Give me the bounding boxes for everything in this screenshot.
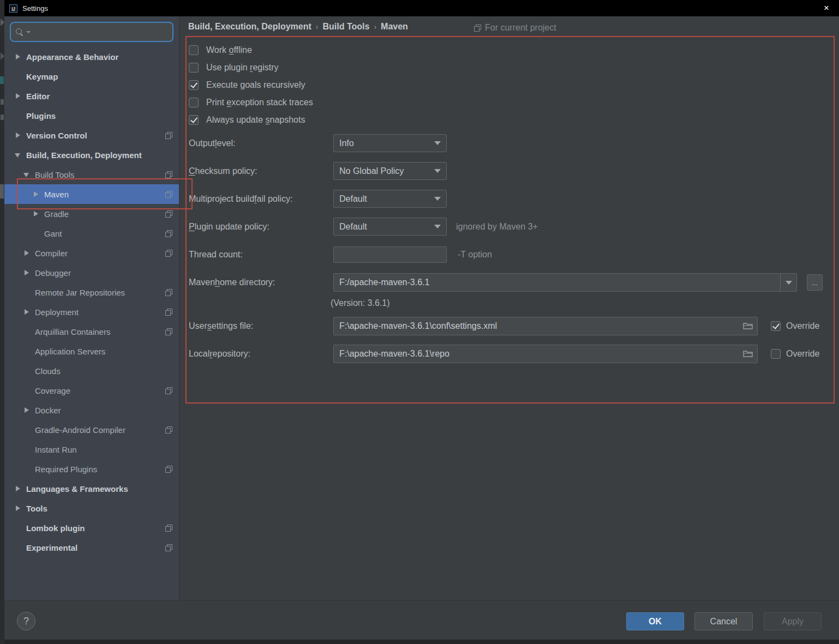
sidebar-item-label: Application Servers [35,347,105,356]
multiproject-fail-policy-label: Multiproject build fail policy: [189,190,292,208]
execute-goals-recursively-checkbox[interactable] [189,80,199,90]
sidebar-item-docker[interactable]: Docker [4,400,179,420]
per-project-icon [165,525,172,532]
sidebar-item-languages-frameworks[interactable]: Languages & Frameworks [4,479,179,498]
folder-icon[interactable] [743,322,753,330]
sidebar-item-plugins[interactable]: Plugins [4,106,179,125]
maven-home-value: F:/apache-maven-3.6.1 [334,278,780,287]
work-offline-checkbox[interactable] [189,45,199,55]
plugin-update-policy-dropdown[interactable]: Default [333,218,447,236]
breadcrumb: Build, Execution, Deployment › Build Too… [188,22,408,32]
local-repository-label: Local repository: [189,345,250,363]
scope-indicator: For current project [474,23,556,33]
folder-icon[interactable] [743,350,753,358]
sidebar-item-tools[interactable]: Tools [4,498,179,518]
per-project-icon [165,171,172,178]
chevron-right-icon[interactable] [23,406,31,414]
user-settings-override-checkbox[interactable] [771,321,781,331]
use-plugin-registry-checkbox[interactable] [189,63,199,73]
multiproject-fail-policy-dropdown[interactable]: Default [333,190,447,208]
chevron-right-icon[interactable] [32,210,40,218]
sidebar-item-label: Version Control [26,131,87,140]
chevron-down-icon[interactable] [14,151,22,159]
help-button[interactable]: ? [17,612,35,630]
search-options-caret-icon[interactable] [26,31,31,33]
sidebar-item-remote-jar-repositories[interactable]: Remote Jar Repositories [4,282,179,302]
cancel-button[interactable]: Cancel [694,612,753,630]
sidebar-item-gant[interactable]: Gant [4,224,179,243]
chevron-right-icon[interactable] [14,92,22,100]
per-project-icon [165,466,172,473]
maven-home-combobox[interactable]: F:/apache-maven-3.6.1 [333,273,797,292]
sidebar-item-gradle-android-compiler[interactable]: Gradle-Android Compiler [4,420,179,440]
maven-version-note: (Version: 3.6.1) [331,298,390,308]
sidebar-item-keymap[interactable]: Keymap [4,67,179,86]
ok-button[interactable]: OK [626,612,684,630]
always-update-snapshots-checkbox[interactable] [189,115,199,125]
sidebar-item-editor[interactable]: Editor [4,86,179,106]
per-project-icon [165,191,172,198]
chevron-down-icon[interactable] [23,171,31,178]
local-repository-row: Local repository: F:\apache-maven-3.6.1\… [179,345,839,363]
output-level-dropdown[interactable]: Info [333,134,447,152]
output-level-row: Output level: Info [179,134,839,152]
chevron-right-icon[interactable] [14,504,22,512]
chevron-right-icon[interactable] [14,485,22,492]
background-ide-sliver [0,0,4,644]
per-project-icon [165,132,172,139]
sidebar-item-lombok-plugin[interactable]: Lombok plugin [4,518,179,538]
multiproject-fail-policy-row: Multiproject build fail policy: Default [179,190,839,208]
sidebar-item-debugger[interactable]: Debugger [4,263,179,282]
combo-dropdown-button[interactable] [780,274,796,291]
per-project-icon [165,328,172,335]
chevron-right-icon[interactable] [23,249,31,257]
sidebar-item-appearance-behavior[interactable]: Appearance & Behavior [4,47,179,67]
sidebar-item-gradle[interactable]: Gradle [4,204,179,224]
thread-count-input[interactable] [333,246,447,263]
user-settings-file-input[interactable]: F:\apache-maven-3.6.1\conf\settings.xml [333,317,758,335]
sidebar-item-coverage[interactable]: Coverage [4,381,179,400]
sidebar-item-label: Plugins [26,111,56,121]
breadcrumb-segment[interactable]: Build, Execution, Deployment [188,22,311,32]
chevron-right-icon[interactable] [14,131,22,139]
sidebar-item-required-plugins[interactable]: Required Plugins [4,459,179,479]
checksum-policy-label: Checksum policy: [189,162,257,180]
sidebar-item-experimental[interactable]: Experimental [4,538,179,557]
sidebar-item-deployment[interactable]: Deployment [4,302,179,322]
user-settings-override-wrap: Override [771,317,819,335]
sidebar-item-compiler[interactable]: Compiler [4,243,179,263]
sidebar-item-clouds[interactable]: Clouds [4,361,179,381]
chevron-right-icon[interactable] [23,308,31,316]
per-project-icon [165,289,172,296]
checkbox-row-print-exception-stack-traces: Print exception stack traces [189,94,313,111]
maven-home-row: Maven home directory: F:/apache-maven-3.… [179,273,839,291]
sidebar-item-application-servers[interactable]: Application Servers [4,341,179,361]
arrow-spacer [14,112,22,119]
sidebar-item-maven[interactable]: Maven [4,184,179,204]
local-repository-input[interactable]: F:\apache-maven-3.6.1\repo [333,345,758,363]
browse-more-button[interactable]: ... [807,274,823,291]
local-repository-override-checkbox[interactable] [771,349,781,359]
chevron-right-icon[interactable] [14,53,22,61]
path-value: F:\apache-maven-3.6.1\repo [339,349,743,359]
close-icon[interactable]: × [820,3,832,14]
sidebar-item-label: Debugger [35,268,71,278]
arrow-spacer [14,73,22,80]
chevron-right-icon[interactable] [23,269,31,276]
checksum-policy-dropdown[interactable]: No Global Policy [333,162,447,180]
search-input[interactable] [34,23,172,41]
breadcrumb-segment[interactable]: Build Tools [322,22,369,32]
background-glyph [0,184,4,198]
sidebar-item-instant-run[interactable]: Instant Run [4,440,179,459]
dialog-footer: ? OK Cancel Apply [4,600,839,640]
override-label: Override [786,321,819,331]
sidebar-item-arquillian-containers[interactable]: Arquillian Containers [4,322,179,341]
settings-search-box[interactable] [10,22,173,42]
chevron-right-icon[interactable] [32,190,40,198]
print-exception-stack-traces-checkbox[interactable] [189,98,199,107]
sidebar-item-build-tools[interactable]: Build Tools [4,165,179,184]
per-project-icon [165,210,172,218]
sidebar-item-version-control[interactable]: Version Control [4,125,179,145]
sidebar-item-build-execution-deployment[interactable]: Build, Execution, Deployment [4,145,179,165]
arrow-spacer [32,230,40,237]
